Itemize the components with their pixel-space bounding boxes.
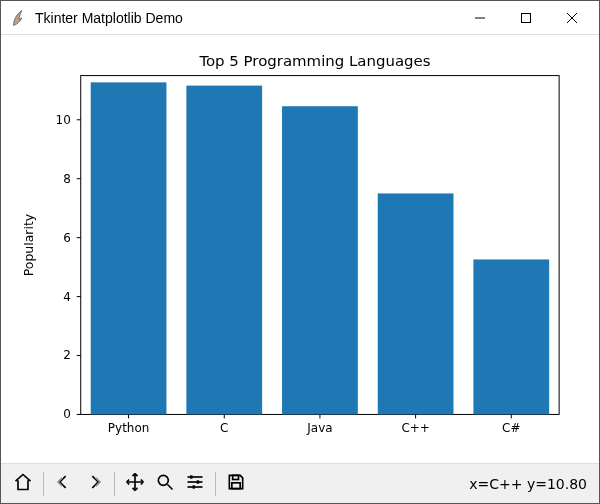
coord-readout: x=C++ y=10.80	[469, 476, 591, 492]
maximize-button[interactable]	[503, 3, 549, 33]
svg-text:Python: Python	[108, 421, 149, 435]
window-title: Tkinter Matplotlib Demo	[35, 10, 457, 26]
zoom-button[interactable]	[151, 470, 179, 498]
bar-cpp	[378, 193, 454, 414]
svg-rect-33	[193, 485, 196, 488]
tk-feather-icon	[9, 9, 27, 27]
chart-canvas[interactable]: Top 5 Programming Languages 0 2 4 6 8 10	[1, 35, 599, 463]
home-button[interactable]	[9, 470, 37, 498]
bar-c	[186, 86, 262, 415]
forward-icon	[84, 472, 104, 495]
svg-rect-35	[232, 483, 240, 489]
x-axis: Python C Java C++ C#	[108, 414, 521, 435]
close-button[interactable]	[549, 3, 595, 33]
svg-rect-1	[522, 13, 531, 22]
back-icon	[54, 472, 74, 495]
svg-text:C#: C#	[502, 421, 520, 435]
forward-button[interactable]	[80, 470, 108, 498]
save-icon	[226, 472, 246, 495]
nav-toolbar: x=C++ y=10.80	[1, 463, 599, 503]
svg-text:8: 8	[63, 172, 71, 186]
back-button[interactable]	[50, 470, 78, 498]
bar-chart: Top 5 Programming Languages 0 2 4 6 8 10	[1, 35, 599, 463]
titlebar: Tkinter Matplotlib Demo	[1, 1, 599, 35]
svg-text:4: 4	[63, 290, 71, 304]
bar-java	[282, 106, 358, 414]
toolbar-separator	[43, 472, 44, 496]
toolbar-separator	[114, 472, 115, 496]
svg-text:C++: C++	[401, 421, 429, 435]
home-icon	[13, 472, 33, 495]
svg-text:2: 2	[63, 349, 71, 363]
svg-text:Java: Java	[306, 421, 332, 435]
svg-text:10: 10	[56, 113, 71, 127]
toolbar-separator	[215, 472, 216, 496]
svg-text:C: C	[220, 421, 228, 435]
svg-line-27	[168, 485, 173, 490]
svg-rect-32	[197, 480, 200, 483]
zoom-icon	[155, 472, 175, 495]
minimize-button[interactable]	[457, 3, 503, 33]
app-window: Tkinter Matplotlib Demo Top 5 Programmin…	[0, 0, 600, 504]
bar-csharp	[473, 259, 549, 414]
save-button[interactable]	[222, 470, 250, 498]
bar-python	[91, 82, 167, 414]
svg-text:0: 0	[63, 407, 71, 421]
y-axis-label: Popularity	[21, 214, 36, 276]
pan-button[interactable]	[121, 470, 149, 498]
chart-title: Top 5 Programming Languages	[198, 52, 430, 70]
pan-icon	[125, 472, 145, 495]
y-axis: 0 2 4 6 8 10	[56, 113, 81, 422]
svg-text:6: 6	[63, 231, 71, 245]
svg-point-26	[158, 475, 168, 485]
configure-subplots-button[interactable]	[181, 470, 209, 498]
bars	[91, 82, 549, 414]
svg-rect-31	[190, 475, 193, 478]
configure-icon	[185, 472, 205, 495]
svg-rect-34	[233, 475, 239, 479]
